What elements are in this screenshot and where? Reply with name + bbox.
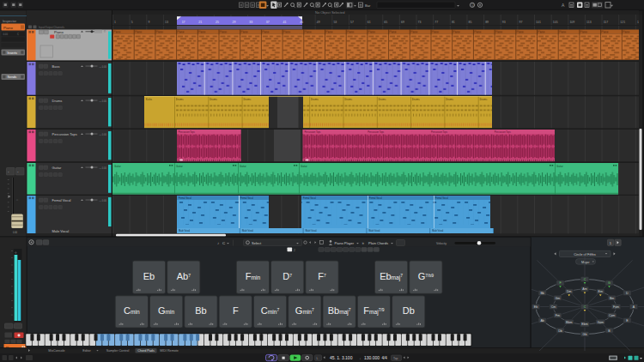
svg-text:61: 61	[368, 21, 371, 24]
svg-text:Percussion Tops: Percussion Tops	[179, 130, 196, 134]
svg-text:105: 105	[553, 21, 558, 24]
svg-text:Percussion Tops: Percussion Tops	[431, 130, 448, 134]
svg-text:C: C	[584, 278, 586, 281]
svg-text:101: 101	[536, 21, 541, 24]
svg-text:MIDI Remote: MIDI Remote	[160, 349, 179, 353]
svg-text:Kicks: Kicks	[146, 98, 153, 101]
svg-text:Db: Db	[558, 329, 562, 333]
svg-text:— 0.00: — 0.00	[100, 133, 107, 136]
svg-text:Major: Major	[581, 261, 590, 264]
svg-text:Input/Output Channels: Input/Output Channels	[39, 26, 65, 29]
svg-text:— 0.00: — 0.00	[100, 65, 107, 69]
svg-text:Bm: Bm	[610, 297, 614, 300]
svg-text:Piano: Piano	[3, 26, 13, 30]
svg-text:73: 73	[418, 21, 422, 24]
svg-text:Femal Vocal: Femal Vocal	[303, 196, 316, 200]
svg-text:57: 57	[350, 21, 354, 24]
svg-text:29: 29	[233, 21, 236, 24]
svg-text:Guitar: Guitar	[240, 165, 246, 168]
svg-text:— 0.00: — 0.00	[100, 166, 107, 170]
svg-text:Eb: Eb	[143, 271, 155, 281]
svg-text:41: 41	[283, 21, 287, 24]
svg-text:65: 65	[384, 21, 387, 24]
svg-text:Guitar: Guitar	[556, 165, 563, 168]
svg-text:Femal Vocal: Femal Vocal	[179, 196, 191, 200]
svg-text:37: 37	[266, 21, 270, 24]
svg-text:4/4: 4/4	[382, 356, 388, 360]
svg-text:Percussion Tops: Percussion Tops	[304, 130, 321, 134]
svg-text:Em: Em	[598, 290, 603, 293]
svg-text:81: 81	[452, 21, 455, 24]
svg-text:Inserts: Inserts	[8, 51, 17, 55]
svg-text:2: 2	[294, 249, 295, 252]
svg-text:1: 1	[114, 21, 116, 24]
svg-text:F: F	[233, 305, 239, 316]
svg-text:97: 97	[519, 21, 522, 24]
svg-text:9: 9	[148, 21, 149, 24]
svg-text:MixConsole: MixConsole	[48, 349, 64, 353]
svg-text:Editor: Editor	[82, 349, 91, 353]
svg-text:109: 109	[569, 21, 574, 24]
svg-text:93: 93	[502, 21, 506, 24]
svg-text:77: 77	[434, 21, 438, 24]
svg-text:Dm: Dm	[567, 290, 572, 293]
svg-text:Bar: Bar	[365, 3, 371, 8]
svg-text:45. 1. 3.100: 45. 1. 3.100	[330, 355, 353, 360]
svg-text:0.00: 0.00	[3, 33, 9, 36]
svg-text:Plain Chords: Plain Chords	[368, 241, 388, 245]
svg-text:117: 117	[604, 21, 609, 24]
svg-text:D: D	[626, 292, 629, 295]
svg-text:17: 17	[182, 21, 185, 24]
svg-text:Sends: Sends	[8, 75, 17, 79]
svg-text:Guitar: Guitar	[176, 165, 183, 168]
svg-text:Cm: Cm	[551, 305, 556, 309]
svg-text:Femal Vocal: Femal Vocal	[52, 198, 71, 202]
svg-text:C♯m: C♯m	[609, 314, 615, 317]
svg-text:Bb: Bb	[195, 305, 206, 316]
svg-text:♪: ♪	[217, 241, 219, 245]
svg-text:Bbm: Bbm	[566, 321, 572, 324]
svg-text:C: C	[584, 305, 586, 309]
svg-text:Male Vocal: Male Vocal	[52, 229, 70, 233]
svg-text:Am: Am	[582, 287, 586, 291]
svg-text:Percussion Tops: Percussion Tops	[368, 130, 385, 134]
svg-text:Inspector: Inspector	[3, 19, 17, 23]
svg-text:Percussion Tops: Percussion Tops	[495, 130, 512, 134]
svg-text:▪: ▪	[17, 171, 18, 174]
svg-text:13: 13	[165, 21, 168, 24]
svg-text:∞: ∞	[16, 198, 18, 202]
svg-text:Femal Vocal: Femal Vocal	[369, 196, 382, 200]
svg-text:53: 53	[333, 21, 337, 24]
svg-text:Select: Select	[252, 241, 262, 245]
svg-text:C: C	[17, 33, 19, 36]
svg-text:Guitar: Guitar	[301, 165, 307, 168]
svg-text:Guitar: Guitar	[52, 166, 63, 170]
svg-text:Percussion Tops: Percussion Tops	[52, 132, 77, 136]
svg-text:113: 113	[586, 21, 592, 24]
svg-text:Piano: Piano	[54, 30, 64, 34]
svg-text:G♯m: G♯m	[597, 321, 604, 324]
svg-text:Ebm: Ebm	[581, 323, 587, 326]
svg-text:Femal Vocal: Femal Vocal	[435, 196, 448, 200]
svg-text:Ab: Ab	[540, 319, 544, 323]
svg-text:Tap: Tap	[393, 357, 398, 360]
svg-text:Femal Vocal: Femal Vocal	[240, 196, 253, 200]
svg-text:Db: Db	[403, 305, 415, 316]
svg-text:89: 89	[485, 21, 489, 24]
svg-text:Chord Pads: Chord Pads	[137, 349, 155, 353]
svg-text:Eb: Eb	[534, 305, 538, 309]
svg-text:L: L	[317, 357, 319, 360]
svg-text:No Object Selected: No Object Selected	[315, 10, 344, 15]
svg-text:Bb: Bb	[540, 292, 544, 295]
svg-text:F♯m: F♯m	[613, 305, 619, 309]
svg-text:Piano Player: Piano Player	[335, 241, 355, 245]
svg-text:5: 5	[131, 21, 133, 24]
svg-text:85: 85	[469, 21, 472, 24]
svg-text:Bass: Bass	[52, 64, 60, 69]
svg-text:0.00: 0.00	[13, 231, 18, 234]
svg-text:69: 69	[401, 21, 404, 24]
svg-text:21: 21	[198, 21, 202, 24]
svg-text:121: 121	[620, 21, 625, 24]
svg-text:Fm: Fm	[556, 314, 560, 317]
svg-text:— 0.00: — 0.00	[100, 100, 107, 103]
